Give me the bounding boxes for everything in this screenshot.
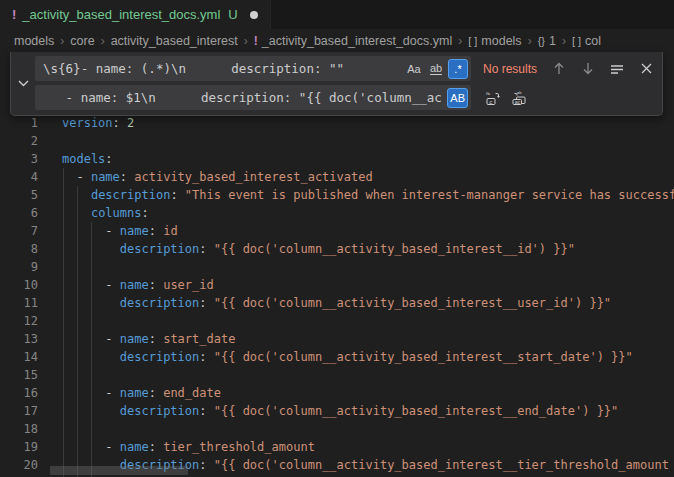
breadcrumb-label: core — [70, 34, 94, 48]
code-line[interactable]: - name: id — [62, 222, 674, 240]
vscode-window: ! _activity_based_interest_docs.yml U mo… — [0, 0, 674, 477]
preserve-case-toggle[interactable]: AB — [447, 88, 468, 108]
replace-button[interactable]: ᶠᵇ c — [483, 88, 503, 108]
breadcrumb-item[interactable]: {}1 — [538, 34, 556, 48]
selection-lines-icon — [610, 63, 624, 75]
replace-all-icon: ᵃᵇ ac — [511, 90, 527, 106]
line-number: 19 — [0, 438, 38, 456]
code-line[interactable]: description: "{{ doc('column__activity_b… — [62, 402, 674, 420]
chevron-down-icon — [18, 80, 29, 87]
regex-toggle[interactable]: .* — [448, 59, 468, 79]
svg-text:ᵃᵇ: ᵃᵇ — [517, 90, 522, 96]
svg-text:ᶠᵇ: ᶠᵇ — [486, 90, 490, 97]
unsaved-changes-dot-icon[interactable] — [250, 11, 258, 19]
code-line[interactable]: - name: tier_threshold_amount — [62, 438, 674, 456]
breadcrumb-separator-icon: › — [458, 34, 462, 48]
code-line[interactable]: version: 2 — [62, 114, 674, 132]
code-line[interactable] — [62, 366, 674, 384]
code-line[interactable]: models: — [62, 150, 674, 168]
code-line[interactable] — [62, 258, 674, 276]
find-in-selection-button[interactable] — [607, 59, 627, 79]
line-number: 20 — [0, 456, 38, 474]
replace-icon: ᶠᵇ c — [485, 90, 501, 106]
replace-all-button[interactable]: ᵃᵇ ac — [509, 88, 529, 108]
breadcrumb-separator-icon: › — [244, 34, 248, 48]
yaml-file-icon: ! — [12, 7, 16, 22]
breadcrumb-item[interactable]: core — [70, 34, 94, 48]
arrow-up-icon — [553, 62, 565, 75]
breadcrumb-label: models — [14, 34, 54, 48]
code-line[interactable] — [62, 312, 674, 330]
code-content[interactable]: version: 2models: - name: activity_based… — [62, 114, 674, 474]
line-number: 10 — [0, 276, 38, 294]
close-find-widget-button[interactable] — [636, 59, 656, 79]
find-replace-widget: Aa ab .* No results — [10, 52, 663, 116]
breadcrumb-item[interactable]: models — [14, 34, 54, 48]
line-number: 11 — [0, 294, 38, 312]
code-line[interactable]: - name: start_date — [62, 330, 674, 348]
line-number: 9 — [0, 258, 38, 276]
tab-active-file[interactable]: ! _activity_based_interest_docs.yml U — [0, 0, 271, 29]
whole-word-label: ab — [430, 62, 442, 75]
line-number: 3 — [0, 150, 38, 168]
line-number: 14 — [0, 348, 38, 366]
git-status-badge: U — [228, 7, 237, 22]
line-number: 13 — [0, 330, 38, 348]
breadcrumb-item[interactable]: [ ]models — [468, 34, 521, 48]
find-input-box: Aa ab .* — [35, 56, 471, 81]
line-number: 15 — [0, 366, 38, 384]
line-number: 5 — [0, 186, 38, 204]
arrow-down-icon — [582, 62, 594, 75]
code-line[interactable]: description: "{{ doc('column__activity_b… — [62, 240, 674, 258]
breadcrumb-item[interactable]: [ ]col — [572, 34, 601, 48]
line-number: 18 — [0, 420, 38, 438]
breadcrumb-item[interactable]: !_activity_based_interest_docs.yml — [254, 34, 452, 48]
code-line[interactable]: description: "{{ doc('column__activity_b… — [62, 294, 674, 312]
array-symbol-icon: [ ] — [468, 35, 477, 47]
tab-bar: ! _activity_based_interest_docs.yml U — [0, 0, 674, 29]
breadcrumb-item[interactable]: activity_based_interest — [111, 34, 238, 48]
line-number: 8 — [0, 240, 38, 258]
object-symbol-icon: {} — [538, 35, 545, 47]
breadcrumb-label: col — [585, 34, 601, 48]
code-line[interactable]: columns: — [62, 204, 674, 222]
toggle-replace-button[interactable] — [11, 56, 35, 110]
line-number: 2 — [0, 132, 38, 150]
code-line[interactable]: description: "This event is published wh… — [62, 186, 674, 204]
code-line[interactable]: - name: end_date — [62, 384, 674, 402]
code-line[interactable]: - name: user_id — [62, 276, 674, 294]
code-line[interactable] — [62, 420, 674, 438]
breadcrumb-separator-icon: › — [562, 34, 566, 48]
line-number: 4 — [0, 168, 38, 186]
breadcrumb-label: activity_based_interest — [111, 34, 238, 48]
yaml-file-icon: ! — [254, 34, 258, 48]
find-row: Aa ab .* No results — [35, 56, 656, 81]
line-number: 6 — [0, 204, 38, 222]
find-results-count: No results — [483, 62, 537, 76]
tab-title: _activity_based_interest_docs.yml — [22, 7, 220, 22]
svg-text:ac: ac — [515, 98, 521, 104]
line-number: 17 — [0, 402, 38, 420]
line-number: 12 — [0, 312, 38, 330]
previous-match-button[interactable] — [549, 59, 569, 79]
whole-word-toggle[interactable]: ab — [426, 59, 446, 79]
replace-row: AB ᶠᵇ c ᵃᵇ — [35, 85, 656, 110]
breadcrumb-separator-icon: › — [60, 34, 64, 48]
gutter: 1234567891011121314151617181920 — [0, 114, 38, 474]
breadcrumb-label: _activity_based_interest_docs.yml — [262, 34, 452, 48]
horizontal-scrollbar-thumb[interactable] — [50, 466, 188, 475]
code-line[interactable] — [62, 132, 674, 150]
replace-input[interactable] — [35, 85, 471, 110]
breadcrumb-separator-icon: › — [528, 34, 532, 48]
breadcrumb: models›core›activity_based_interest›!_ac… — [0, 29, 674, 52]
close-icon — [641, 63, 652, 74]
breadcrumb-separator-icon: › — [101, 34, 105, 48]
next-match-button[interactable] — [578, 59, 598, 79]
replace-input-box: AB — [35, 85, 471, 110]
line-number: 1 — [0, 114, 38, 132]
breadcrumb-label: 1 — [549, 34, 556, 48]
match-case-toggle[interactable]: Aa — [404, 59, 424, 79]
code-line[interactable]: description: "{{ doc('column__activity_b… — [62, 348, 674, 366]
code-line[interactable]: - name: activity_based_interest_activate… — [62, 168, 674, 186]
svg-text:c: c — [489, 98, 492, 104]
